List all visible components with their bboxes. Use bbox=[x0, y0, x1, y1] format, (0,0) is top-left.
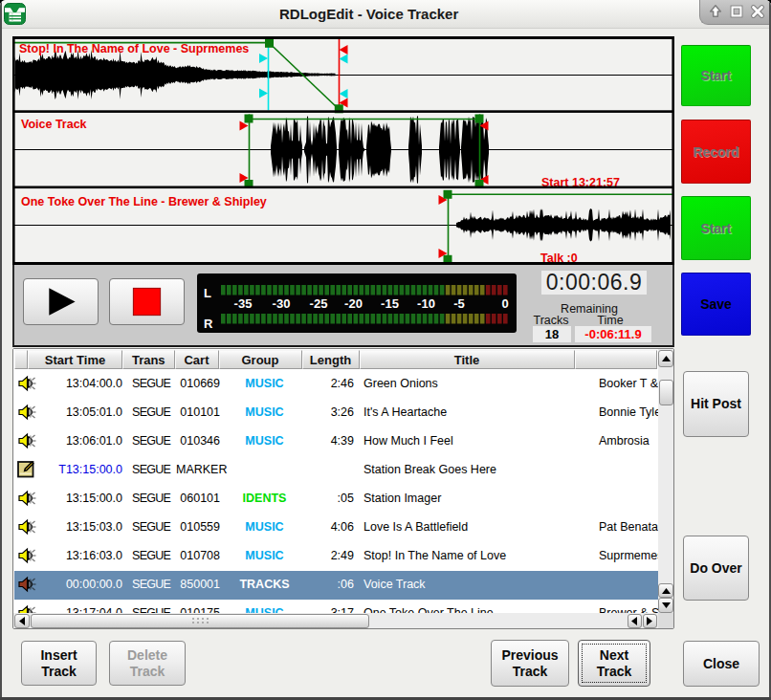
svg-text:-20: -20 bbox=[344, 296, 363, 311]
svg-text:-10: -10 bbox=[417, 296, 435, 311]
svg-text:-5: -5 bbox=[453, 296, 465, 311]
svg-text:Voice Track: Voice Track bbox=[21, 118, 87, 131]
svg-text:-30: -30 bbox=[273, 296, 291, 311]
svg-text:-15: -15 bbox=[381, 296, 399, 311]
svg-text:-25: -25 bbox=[310, 296, 328, 311]
svg-text:-35: -35 bbox=[234, 296, 253, 311]
svg-text:0: 0 bbox=[501, 296, 508, 311]
svg-text:One Toke Over The Line - Brewe: One Toke Over The Line - Brewer & Shiple… bbox=[21, 195, 267, 208]
svg-text:Stop! In The Name of Love - Su: Stop! In The Name of Love - Suprmemes bbox=[19, 42, 249, 55]
